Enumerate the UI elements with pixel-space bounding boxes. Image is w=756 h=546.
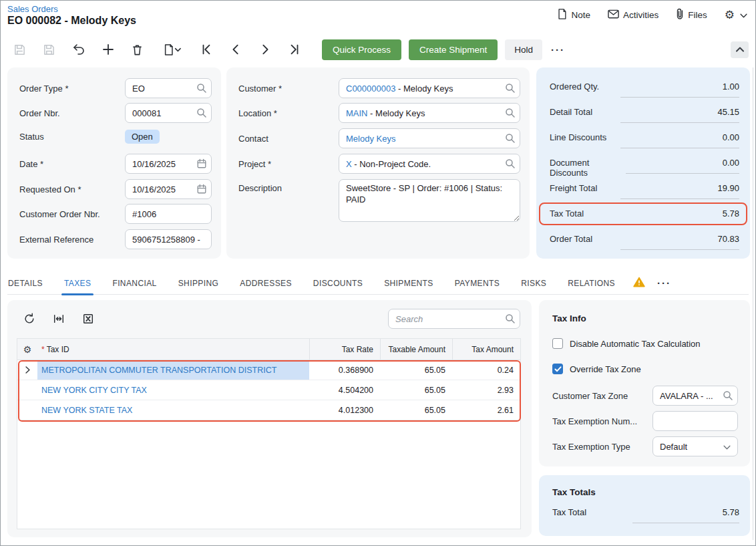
external-reference-input[interactable] [125, 229, 212, 249]
tax-amount-cell[interactable]: 0.24 [452, 360, 520, 380]
line-discounts-value: 0.00 [620, 132, 739, 148]
fit-width-icon[interactable] [49, 309, 69, 329]
column-header-taxable-amount[interactable]: Taxable Amount [380, 339, 452, 360]
tabs-more-button[interactable]: ··· [657, 277, 671, 289]
customer-row: Customer * C000000003 - Melody Keys [238, 78, 520, 98]
column-settings-gear-icon[interactable]: ⚙ [23, 345, 32, 354]
tab-addresses[interactable]: ADDRESSES [239, 272, 293, 295]
customer-code-link[interactable]: C000000003 [346, 84, 395, 94]
search-icon[interactable] [196, 108, 207, 118]
taxable-amount-cell[interactable]: 65.05 [380, 380, 452, 400]
checkbox-checked-icon[interactable] [552, 364, 563, 374]
create-shipment-button[interactable]: Create Shipment [409, 39, 498, 60]
quick-process-button[interactable]: Quick Process [322, 39, 401, 60]
save-button[interactable] [38, 39, 60, 61]
column-header-tax-rate[interactable]: Tax Rate [309, 339, 380, 360]
delete-record-button[interactable] [126, 39, 148, 61]
project-code-link[interactable]: X [346, 159, 352, 169]
search-icon[interactable] [505, 108, 516, 118]
column-header-tax-id[interactable]: *Tax ID [37, 339, 309, 360]
customer-input[interactable]: C000000003 - Melody Keys [339, 78, 520, 98]
table-row[interactable]: NEW YORK STATE TAX 4.012300 65.05 2.61 [17, 400, 520, 420]
tax-total-value: 5.78 [620, 209, 739, 225]
ordered-qty-value: 1.00 [620, 82, 739, 98]
add-record-button[interactable] [97, 39, 119, 61]
location-input[interactable]: MAIN - Melody Keys [339, 103, 520, 123]
tax-rate-cell[interactable]: 4.012300 [309, 400, 380, 420]
activities-label: Activities [623, 10, 658, 20]
first-record-button[interactable] [195, 39, 217, 61]
search-icon[interactable] [505, 158, 516, 169]
external-reference-row: External Reference [19, 229, 212, 249]
tax-id-cell[interactable]: NEW YORK STATE TAX [37, 400, 309, 420]
next-record-button[interactable] [254, 39, 276, 61]
search-icon[interactable] [723, 390, 733, 401]
contact-input[interactable]: Melody Keys [339, 128, 520, 148]
breadcrumb[interactable]: Sales Orders [7, 4, 58, 14]
taxable-amount-cell[interactable]: 65.05 [380, 360, 452, 380]
customer-tax-zone-label: Customer Tax Zone [552, 391, 652, 401]
tab-financial[interactable]: FINANCIAL [112, 272, 157, 295]
search-icon[interactable] [505, 83, 516, 94]
calendar-icon[interactable] [196, 158, 207, 169]
tax-amount-cell[interactable]: 2.93 [452, 380, 520, 400]
tab-discounts[interactable]: DISCOUNTS [313, 272, 363, 295]
note-button[interactable]: Note [557, 9, 590, 21]
activities-button[interactable]: Activities [608, 9, 658, 21]
tab-relations[interactable]: RELATIONS [567, 272, 616, 295]
row-expand-chevron-icon[interactable] [17, 366, 37, 374]
tab-shipping[interactable]: SHIPPING [178, 272, 220, 295]
tax-id-cell[interactable]: NEW YORK CITY CITY TAX [37, 380, 309, 400]
table-row[interactable]: METROPOLITAN COMMUTER TRANSPORTATION DIS… [17, 360, 520, 380]
external-reference-label: External Reference [19, 235, 125, 245]
tax-exemption-number-input[interactable] [652, 411, 738, 431]
tab-details[interactable]: DETAILS [7, 272, 43, 295]
description-textarea[interactable]: SweetStore - SP | Order: #1006 | Status:… [339, 179, 520, 222]
grid-toolbar [19, 309, 98, 329]
scrollbar-gutter[interactable] [753, 67, 753, 540]
project-input[interactable]: X - Non-Project Code. [339, 154, 520, 174]
tab-payments[interactable]: PAYMENTS [454, 272, 500, 295]
tab-risks[interactable]: RISKS [520, 272, 547, 295]
search-icon[interactable] [505, 313, 516, 324]
calendar-icon[interactable] [196, 184, 207, 194]
table-row[interactable]: NEW YORK CITY CITY TAX 4.504200 65.05 2.… [17, 380, 520, 400]
tab-shipments[interactable]: SHIPMENTS [383, 272, 434, 295]
tax-amount-cell[interactable]: 2.61 [452, 400, 520, 420]
search-icon[interactable] [196, 83, 207, 94]
tax-exemption-type-select[interactable]: Default [652, 436, 738, 456]
last-record-button[interactable] [283, 39, 305, 61]
order-nbr-label: Order Nbr. [19, 108, 125, 118]
tax-exemption-type-label: Tax Exemption Type [552, 442, 652, 452]
tools-chevron-down-icon[interactable] [740, 9, 747, 21]
contact-link[interactable]: Melody Keys [346, 134, 395, 144]
checkbox-unchecked-icon[interactable] [552, 338, 563, 349]
location-code-link[interactable]: MAIN [346, 108, 368, 118]
order-type-label: Order Type * [19, 84, 125, 94]
chevron-down-icon [723, 442, 731, 452]
disable-auto-tax-checkbox[interactable]: Disable Automatic Tax Calculation [552, 338, 701, 349]
customer-order-nbr-input[interactable] [125, 204, 212, 224]
warning-icon[interactable] [633, 277, 645, 290]
tax-id-cell[interactable]: METROPOLITAN COMMUTER TRANSPORTATION DIS… [37, 360, 309, 380]
taxable-amount-cell[interactable]: 65.05 [380, 400, 452, 420]
save-close-button[interactable] [9, 39, 31, 61]
toolbar-more-button[interactable]: ··· [551, 44, 565, 55]
search-input[interactable] [388, 309, 520, 329]
files-button[interactable]: Files [676, 8, 707, 21]
tab-taxes[interactable]: TAXES [63, 272, 91, 295]
gear-icon[interactable]: ⚙ [725, 9, 735, 21]
override-tax-zone-checkbox[interactable]: Override Tax Zone [552, 364, 641, 374]
export-excel-icon[interactable] [78, 309, 98, 329]
copy-paste-menu-button[interactable] [156, 39, 188, 61]
tax-rate-cell[interactable]: 0.368900 [309, 360, 380, 380]
tax-info-title: Tax Info [552, 313, 586, 323]
undo-button[interactable] [67, 39, 89, 61]
hold-button[interactable]: Hold [505, 39, 542, 60]
previous-record-button[interactable] [224, 39, 246, 61]
collapse-form-button[interactable] [731, 41, 749, 58]
refresh-icon[interactable] [19, 309, 39, 329]
tax-rate-cell[interactable]: 4.504200 [309, 380, 380, 400]
search-icon[interactable] [505, 133, 516, 144]
column-header-tax-amount[interactable]: Tax Amount [452, 339, 520, 360]
